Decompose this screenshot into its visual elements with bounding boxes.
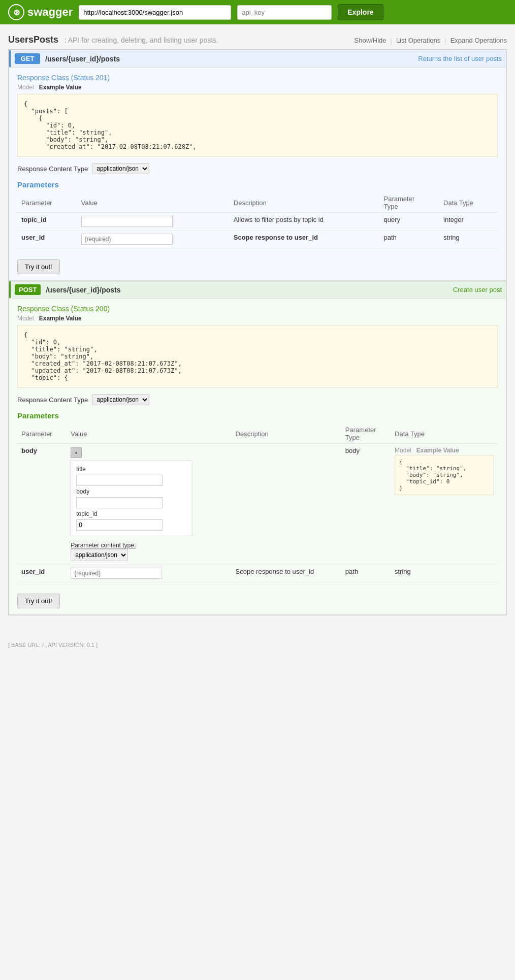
response-content-type-get: Response Content Type application/json: [17, 163, 498, 174]
col-parameter-post: Parameter: [17, 424, 67, 444]
body-field-input-title[interactable]: [76, 475, 163, 486]
operation-path-get: /users/{user_id}/posts: [45, 55, 413, 63]
param-name-user-id-post: user_id: [17, 565, 67, 582]
operation-summary-get: Returns the list of user posts: [418, 55, 502, 62]
swagger-url-input[interactable]: [79, 5, 231, 20]
model-label-post: Model: [17, 315, 34, 322]
api-key-input[interactable]: [237, 5, 332, 20]
body-field-label-topic-id: topic_id: [76, 510, 187, 517]
main-content: UsersPosts : API for creating, deleting,…: [0, 24, 515, 638]
param-type-user-id-post: path: [341, 565, 391, 582]
param-type-topic-id: query: [380, 213, 440, 231]
param-datatype-body: Model Example Value { "title": "string",…: [391, 444, 498, 565]
operation-summary-post: Create user post: [453, 286, 502, 293]
explore-button[interactable]: Explore: [338, 4, 383, 20]
logo-icon: ⊛: [8, 4, 24, 20]
body-toggle-btn[interactable]: -: [71, 447, 82, 458]
response-content-type-post: Response Content Type application/json: [17, 394, 498, 405]
app-footer: [ BASE URL: / , API VERSION: 0.1 ]: [0, 638, 515, 652]
operation-get-header[interactable]: GET /users/{user_id}/posts Returns the l…: [9, 50, 506, 67]
param-row-body: body - title body: [17, 444, 498, 565]
param-content-type-section: Parameter content type: application/json: [71, 541, 227, 561]
try-it-out-btn-post[interactable]: Try it out!: [17, 594, 60, 608]
model-example-cell: Model Example Value { "title": "string",…: [395, 447, 494, 495]
api-group-actions: Show/Hide | List Operations | Expand Ope…: [355, 37, 507, 44]
list-operations-link[interactable]: List Operations: [396, 37, 440, 44]
response-content-type-select-post[interactable]: application/json: [92, 394, 149, 405]
body-field-label-title: title: [76, 466, 187, 473]
model-example-value-toggle[interactable]: Example Value: [416, 447, 459, 454]
param-input-user-id-get[interactable]: [81, 234, 173, 245]
operation-get-posts: GET /users/{user_id}/posts Returns the l…: [9, 50, 506, 281]
params-table-post: Parameter Value Description ParameterTyp…: [17, 424, 498, 582]
param-row-user-id-post: user_id Scope response to user_id path s…: [17, 565, 498, 582]
params-section-post: Parameters Parameter Value Description P…: [17, 411, 498, 582]
api-group-title-area: UsersPosts : API for creating, deleting,…: [8, 35, 218, 45]
col-data-type-get: Data Type: [439, 193, 498, 213]
response-class-post: Response Class (Status 200): [17, 305, 498, 313]
footer-base-url-label: [ BASE URL: /: [8, 642, 44, 648]
operation-post-body: Response Class (Status 200) Model Exampl…: [9, 298, 506, 614]
code-block-get: { "posts": [ { "id": 0, "title": "string…: [17, 94, 498, 157]
response-class-get: Response Class (Status 201): [17, 74, 498, 82]
method-badge-get: GET: [15, 53, 40, 64]
param-desc-topic-id: Allows to filter posts by topic id: [230, 213, 380, 231]
param-input-topic-id[interactable]: [81, 216, 173, 227]
col-value-post: Value: [67, 424, 231, 444]
param-name-user-id-get: user_id: [17, 231, 77, 248]
example-value-toggle-post[interactable]: Example Value: [39, 315, 82, 322]
param-type-user-id-get: path: [380, 231, 440, 248]
body-field-input-topic-id[interactable]: [76, 519, 163, 531]
params-title-post: Parameters: [17, 411, 498, 420]
params-section-get: Parameters Parameter Value Description P…: [17, 180, 498, 248]
try-it-out-btn-get[interactable]: Try it out!: [17, 259, 60, 274]
param-value-cell-body: - title body topic_id: [67, 444, 231, 565]
params-header-row-post: Parameter Value Description ParameterTyp…: [17, 424, 498, 444]
model-toggle-get: Model Example Value: [17, 84, 498, 91]
model-example-model-label: Model Example Value: [395, 447, 494, 454]
param-type-body: body: [341, 444, 391, 565]
example-value-toggle-get[interactable]: Example Value: [39, 84, 82, 91]
api-group-usersposts: UsersPosts : API for creating, deleting,…: [8, 35, 507, 615]
param-datatype-user-id-post: string: [391, 565, 498, 582]
expand-operations-link[interactable]: Expand Operations: [450, 37, 507, 44]
col-data-type-post: Data Type: [391, 424, 498, 444]
model-label-get: Model: [17, 84, 34, 91]
method-badge-post: POST: [15, 284, 41, 295]
operations-container: GET /users/{user_id}/posts Returns the l…: [8, 49, 507, 615]
operation-get-body: Response Class (Status 201) Model Exampl…: [9, 67, 506, 280]
logo-text: swagger: [27, 6, 73, 19]
response-content-type-select-get[interactable]: application/json: [92, 163, 149, 174]
param-datatype-user-id-get: string: [439, 231, 498, 248]
api-group-name: UsersPosts: [8, 35, 58, 45]
param-value-cell-user-id-get: [77, 231, 230, 248]
col-description-post: Description: [232, 424, 341, 444]
params-header-row-get: Parameter Value Description ParameterTyp…: [17, 193, 498, 213]
operation-post-header[interactable]: POST /users/{user_id}/posts Create user …: [9, 281, 506, 298]
operation-path-post: /users/{user_id}/posts: [46, 286, 447, 294]
response-content-type-label-post: Response Content Type: [17, 396, 88, 404]
col-parameter-get: Parameter: [17, 193, 77, 213]
show-hide-link[interactable]: Show/Hide: [355, 37, 387, 44]
app-logo: ⊛ swagger: [8, 4, 73, 20]
model-toggle-post: Model Example Value: [17, 315, 498, 322]
body-field-label-body: body: [76, 488, 187, 495]
response-content-type-label-get: Response Content Type: [17, 165, 88, 173]
params-table-get: Parameter Value Description ParameterTyp…: [17, 193, 498, 248]
col-value-get: Value: [77, 193, 230, 213]
footer-api-version-label: , API VERSION: 0.1 ]: [45, 642, 98, 648]
param-desc-user-id-get: Scope response to user_id: [230, 231, 380, 248]
param-content-type-select[interactable]: application/json: [71, 549, 128, 561]
param-input-user-id-post[interactable]: [71, 568, 162, 579]
param-datatype-topic-id: integer: [439, 213, 498, 231]
params-title-get: Parameters: [17, 180, 498, 189]
body-param-cell: - title body topic_id: [71, 447, 227, 561]
param-value-cell-topic-id: [77, 213, 230, 231]
param-desc-user-id-post: Scope response to user_id: [232, 565, 341, 582]
model-example-inline-code: { "title": "string", "body": "string", "…: [395, 455, 494, 495]
api-group-header: UsersPosts : API for creating, deleting,…: [8, 35, 507, 45]
param-value-cell-user-id-post: [67, 565, 231, 582]
body-field-input-body[interactable]: [76, 497, 163, 508]
app-header: ⊛ swagger Explore: [0, 0, 515, 24]
param-name-topic-id: topic_id: [17, 213, 77, 231]
